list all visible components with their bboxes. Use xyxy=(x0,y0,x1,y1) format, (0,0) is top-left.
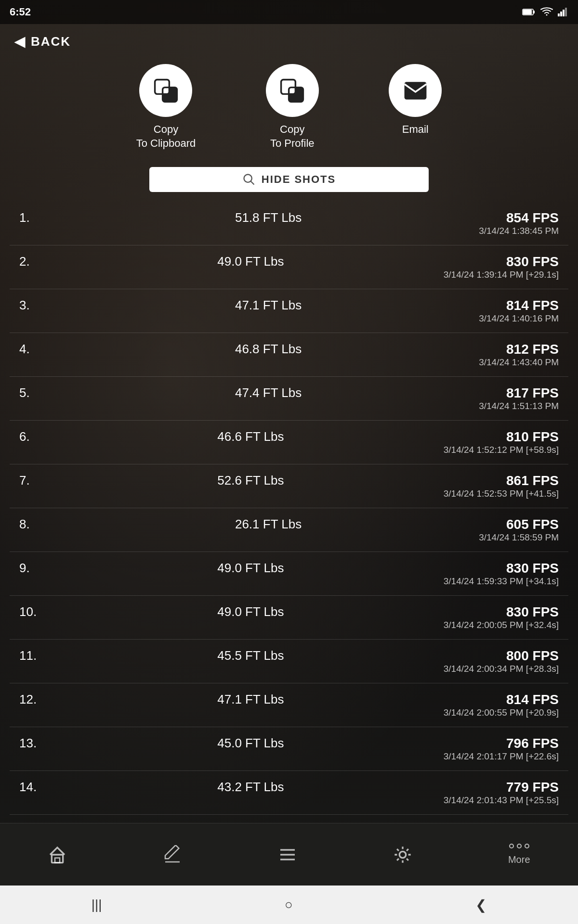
shot-fps: 814 FPS xyxy=(479,298,559,313)
svg-rect-5 xyxy=(563,10,565,16)
shot-number: 13. xyxy=(19,736,58,751)
more-dot-3 xyxy=(525,844,529,848)
svg-rect-13 xyxy=(404,82,426,100)
more-label: More xyxy=(508,854,530,865)
hide-shots-button[interactable]: HIDE SHOTS xyxy=(149,167,429,192)
status-time: 6:52 xyxy=(10,6,31,18)
shot-right: 830 FPS 3/14/24 1:59:33 PM [+34.1s] xyxy=(444,561,559,587)
shot-timestamp: 3/14/24 2:00:05 PM [+32.4s] xyxy=(444,620,559,630)
nav-list[interactable] xyxy=(268,840,307,869)
shot-fps: 830 FPS xyxy=(444,254,559,270)
shot-timestamp: 3/14/24 1:38:45 PM xyxy=(479,226,559,236)
shot-energy: 52.6 FT Lbs xyxy=(58,473,444,488)
shot-fps: 605 FPS xyxy=(479,517,559,532)
shot-energy: 47.1 FT Lbs xyxy=(58,692,444,707)
table-row: 5. 47.4 FT Lbs 817 FPS 3/14/24 1:51:13 P… xyxy=(10,377,568,421)
shot-energy: 49.0 FT Lbs xyxy=(58,254,444,269)
shot-number: 3. xyxy=(19,298,58,313)
svg-rect-4 xyxy=(560,12,562,16)
shot-right: 814 FPS 3/14/24 1:40:16 PM xyxy=(479,298,559,324)
copy-clipboard-button[interactable]: CopyTo Clipboard xyxy=(136,64,196,150)
shot-right: 817 FPS 3/14/24 1:51:13 PM xyxy=(479,385,559,411)
nav-home[interactable] xyxy=(38,840,77,869)
shot-fps: 810 FPS xyxy=(444,429,559,445)
table-row: 12. 47.1 FT Lbs 814 FPS 3/14/24 2:00:55 … xyxy=(10,683,568,727)
shot-right: 810 FPS 3/14/24 1:52:12 PM [+58.9s] xyxy=(444,429,559,455)
copy-clipboard-icon-circle xyxy=(139,64,192,117)
shot-timestamp: 3/14/24 1:58:59 PM xyxy=(479,532,559,543)
shots-list: 1. 51.8 FT Lbs 854 FPS 3/14/24 1:38:45 P… xyxy=(0,202,578,815)
table-row: 7. 52.6 FT Lbs 861 FPS 3/14/24 1:52:53 P… xyxy=(10,464,568,508)
shot-energy: 45.5 FT Lbs xyxy=(58,648,444,663)
shot-timestamp: 3/14/24 1:43:40 PM xyxy=(479,357,559,368)
more-dot-2 xyxy=(517,844,522,848)
shot-energy: 46.8 FT Lbs xyxy=(58,342,479,357)
nav-edit[interactable] xyxy=(153,840,192,869)
shot-fps: 830 FPS xyxy=(444,604,559,620)
bottom-nav: More xyxy=(0,823,578,886)
svg-rect-3 xyxy=(558,13,560,16)
svg-line-15 xyxy=(250,181,254,185)
more-dot-1 xyxy=(509,844,514,848)
list-icon xyxy=(278,845,297,864)
table-row: 3. 47.1 FT Lbs 814 FPS 3/14/24 1:40:16 P… xyxy=(10,289,568,333)
system-back-button[interactable]: ❮ xyxy=(456,892,506,918)
shot-energy: 26.1 FT Lbs xyxy=(58,517,479,532)
copy-clipboard-label: CopyTo Clipboard xyxy=(136,123,196,150)
table-row: 9. 49.0 FT Lbs 830 FPS 3/14/24 1:59:33 P… xyxy=(10,552,568,596)
shot-right: 854 FPS 3/14/24 1:38:45 PM xyxy=(479,210,559,236)
action-buttons-row: CopyTo Clipboard CopyTo Profile Email xyxy=(72,59,506,165)
shot-fps: 812 FPS xyxy=(479,342,559,357)
shot-number: 9. xyxy=(19,561,58,576)
shot-energy: 45.0 FT Lbs xyxy=(58,736,444,751)
back-button[interactable]: ◀ BACK xyxy=(0,24,578,59)
copy-profile-label: CopyTo Profile xyxy=(270,123,315,150)
copy-profile-icon xyxy=(279,77,305,104)
shot-right: 605 FPS 3/14/24 1:58:59 PM xyxy=(479,517,559,543)
nav-more[interactable]: More xyxy=(499,839,540,870)
shot-energy: 46.6 FT Lbs xyxy=(58,429,444,444)
back-arrow-icon: ◀ xyxy=(14,34,26,50)
shot-number: 11. xyxy=(19,648,58,663)
email-icon xyxy=(402,77,429,104)
status-bar: 6:52 xyxy=(0,0,578,24)
shot-timestamp: 3/14/24 2:00:55 PM [+20.9s] xyxy=(444,707,559,718)
shot-fps: 861 FPS xyxy=(444,473,559,488)
shot-right: 779 FPS 3/14/24 2:01:43 PM [+25.5s] xyxy=(444,780,559,806)
shot-energy: 43.2 FT Lbs xyxy=(58,780,444,795)
svg-rect-16 xyxy=(52,855,63,863)
system-nav-bar: ||| ○ ❮ xyxy=(0,886,578,924)
nav-settings[interactable] xyxy=(383,840,422,869)
shot-timestamp: 3/14/24 2:00:34 PM [+28.3s] xyxy=(444,664,559,674)
shot-energy: 47.4 FT Lbs xyxy=(58,385,479,400)
shot-number: 12. xyxy=(19,692,58,707)
main-content: ◀ BACK CopyTo Clipboard Cop xyxy=(0,24,578,823)
search-icon xyxy=(242,173,256,186)
shot-timestamp: 3/14/24 1:51:13 PM xyxy=(479,401,559,411)
shot-number: 4. xyxy=(19,342,58,357)
status-icons xyxy=(522,7,568,17)
system-recent-button[interactable]: ||| xyxy=(72,892,121,917)
shot-fps: 830 FPS xyxy=(444,561,559,576)
shot-fps: 817 FPS xyxy=(479,385,559,401)
copy-profile-button[interactable]: CopyTo Profile xyxy=(266,64,319,150)
svg-rect-1 xyxy=(533,11,535,13)
shot-timestamp: 3/14/24 1:40:16 PM xyxy=(479,313,559,324)
shot-fps: 800 FPS xyxy=(444,648,559,664)
email-button[interactable]: Email xyxy=(389,64,442,150)
shot-fps: 854 FPS xyxy=(479,210,559,226)
shot-timestamp: 3/14/24 1:52:12 PM [+58.9s] xyxy=(444,445,559,455)
system-home-button[interactable]: ○ xyxy=(265,892,312,917)
gear-icon xyxy=(393,845,412,864)
hide-shots-label: HIDE SHOTS xyxy=(262,173,336,186)
shot-timestamp: 3/14/24 2:01:17 PM [+22.6s] xyxy=(444,751,559,762)
shot-timestamp: 3/14/24 1:59:33 PM [+34.1s] xyxy=(444,576,559,587)
table-row: 14. 43.2 FT Lbs 779 FPS 3/14/24 2:01:43 … xyxy=(10,771,568,815)
svg-rect-2 xyxy=(523,10,532,14)
signal-icon xyxy=(558,8,568,16)
table-row: 1. 51.8 FT Lbs 854 FPS 3/14/24 1:38:45 P… xyxy=(10,202,568,245)
table-row: 10. 49.0 FT Lbs 830 FPS 3/14/24 2:00:05 … xyxy=(10,596,568,640)
shot-fps: 796 FPS xyxy=(444,736,559,751)
shot-number: 2. xyxy=(19,254,58,269)
svg-point-22 xyxy=(399,851,406,858)
